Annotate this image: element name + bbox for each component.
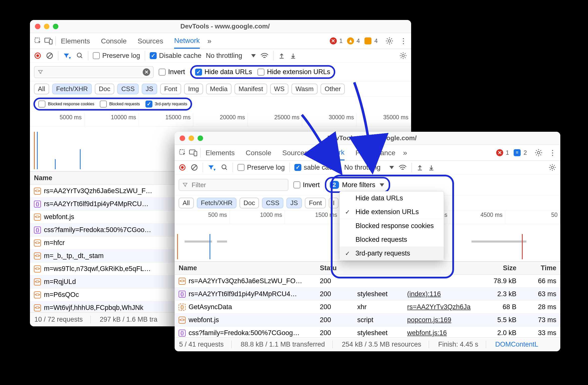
tab-network[interactable]: Network [174,33,200,49]
invert-checkbox[interactable]: Invert [293,181,320,189]
status-domcontent[interactable]: DOMContentL [495,341,538,348]
minimize-icon[interactable] [44,24,49,29]
chip-doc[interactable]: Doc [239,198,259,208]
preserve-log-checkbox[interactable]: Preserve log [237,164,285,171]
chip-font[interactable]: Font [305,198,326,208]
filter-input[interactable] [179,179,288,191]
cell-initiator[interactable] [403,275,483,287]
more-filters-button[interactable]: 2 More filters [330,181,384,189]
device-icon[interactable] [44,37,53,45]
close-icon[interactable] [180,135,185,141]
warning-counter[interactable]: ▲4 [347,37,360,44]
chip-js[interactable]: JS [286,198,302,208]
cell-initiator[interactable]: (index):116 [403,288,483,300]
chip-css[interactable]: CSS [117,84,138,94]
chip-js[interactable]: JS [142,84,157,94]
error-counter[interactable]: ✕1 [496,149,509,156]
col-type[interactable] [353,262,403,274]
download-icon[interactable] [290,52,297,59]
settings-icon[interactable] [534,148,543,157]
inspect-icon[interactable] [179,149,187,157]
more-tabs-icon[interactable]: » [403,148,407,157]
chip-img[interactable]: Img [184,84,203,94]
record-icon[interactable] [179,164,186,171]
table-row[interactable]: <>rs=AA2YrTv3Qzh6Ja6eSLzWU_FO…20078.9 kB… [175,275,560,288]
col-time[interactable]: Time [520,262,560,274]
dropdown-item[interactable]: Blocked response cookies [340,219,444,233]
tab-console[interactable]: Console [246,145,271,160]
kebab-icon[interactable]: ⋮ [400,36,407,45]
chip-css[interactable]: CSS [262,198,283,208]
clear-icon[interactable] [191,164,198,171]
chip-wasm[interactable]: Wasm [291,84,318,94]
dropdown-item[interactable]: Blocked requests [340,233,444,247]
blocked-requests-checkbox[interactable]: Blocked requests [100,101,140,108]
search-icon[interactable] [76,52,83,59]
search-icon[interactable] [221,164,228,171]
col-status[interactable]: Statu [316,262,353,274]
network-conditions-icon[interactable] [260,52,269,59]
chip-fetch-xhr[interactable]: Fetch/XHR [197,198,236,208]
tab-network[interactable]: Network [319,145,345,160]
error-counter[interactable]: ✕1 [330,37,343,44]
throttling-select[interactable]: No throttling [206,52,256,60]
hide-extension-urls-checkbox[interactable]: Hide extension URLs [257,68,330,76]
tab-console[interactable]: Console [101,34,127,48]
blocked-cookies-checkbox[interactable]: Blocked response cookies [38,101,94,108]
third-party-checkbox[interactable]: 3rd-party requests [145,101,187,108]
chip-all[interactable]: All [179,198,194,208]
filter-text[interactable] [192,181,285,189]
preserve-log-checkbox[interactable]: Preserve log [93,52,140,60]
filter-icon[interactable]: ▾ [63,52,72,59]
upload-icon[interactable] [416,164,423,171]
filter-text[interactable] [47,68,139,76]
network-settings-icon[interactable] [399,52,407,60]
dropdown-item[interactable]: ✓Hide extension URLs [340,205,444,219]
filter-input[interactable]: ✕ [34,66,154,78]
chip-other[interactable]: Other [321,84,345,94]
hide-data-urls-checkbox[interactable]: Hide data URLs [195,68,252,76]
issue-counter[interactable]: 4 [364,37,378,44]
cell-initiator[interactable]: rs=AA2YrTv3Qzh6Ja [403,301,483,313]
tab-elements[interactable]: Elements [61,34,90,48]
chip-doc[interactable]: Doc [95,84,114,94]
tab-elements[interactable]: Elements [206,145,235,160]
chip-all[interactable]: All [34,84,49,94]
dropdown-item[interactable]: ✓3rd-party requests [340,247,444,260]
tab-performance[interactable]: Performance [355,145,395,160]
minimize-icon[interactable] [189,135,194,141]
clear-filter-icon[interactable]: ✕ [143,68,150,76]
col-initiator[interactable] [403,262,483,274]
chip-i[interactable]: I [329,198,339,208]
zoom-icon[interactable] [53,24,58,29]
dropdown-item[interactable]: Hide data URLs [340,191,444,205]
filter-icon[interactable]: ▾ [208,164,217,171]
table-row[interactable]: {}GetAsyncData200xhrrs=AA2YrTv3Qzh6Ja68 … [175,301,560,314]
more-tabs-icon[interactable]: » [207,37,212,45]
clear-icon[interactable] [46,52,53,59]
inspect-icon[interactable] [34,37,42,45]
table-row[interactable]: <>webfont.js200scriptpopcorn.js:1695.5 k… [175,314,560,327]
table-row[interactable]: {}rs=AA2YrTt6lf9d1pi4yP4MpRCU4…200styles… [175,288,560,301]
chip-manifest[interactable]: Manifest [235,84,267,94]
col-size[interactable]: Size [483,262,520,274]
kebab-icon[interactable]: ⋮ [549,148,556,157]
chip-font[interactable]: Font [160,84,181,94]
zoom-icon[interactable] [198,135,203,141]
invert-checkbox[interactable]: Invert [159,68,185,76]
tab-sources[interactable]: Sources [137,34,163,48]
more-filters-dropdown[interactable]: Hide data URLs✓Hide extension URLsBlocke… [339,191,444,260]
disable-cache-checkbox[interactable]: Disable cache [150,52,202,60]
throttling-select[interactable]: No throttling [344,164,394,171]
tab-sources[interactable]: Sources [282,145,308,160]
chip-ws[interactable]: WS [270,84,289,94]
network-conditions-icon[interactable] [398,164,407,171]
timeline[interactable]: 5000 ms10000 ms15000 ms20000 ms25000 ms3… [30,113,411,127]
col-name[interactable]: Name [175,262,316,274]
close-icon[interactable] [35,24,40,29]
download-icon[interactable] [428,164,435,171]
disable-cache-checkbox[interactable]: sable cache [294,164,340,171]
chip-media[interactable]: Media [206,84,232,94]
network-settings-icon[interactable] [548,163,556,171]
device-icon[interactable] [189,149,198,156]
